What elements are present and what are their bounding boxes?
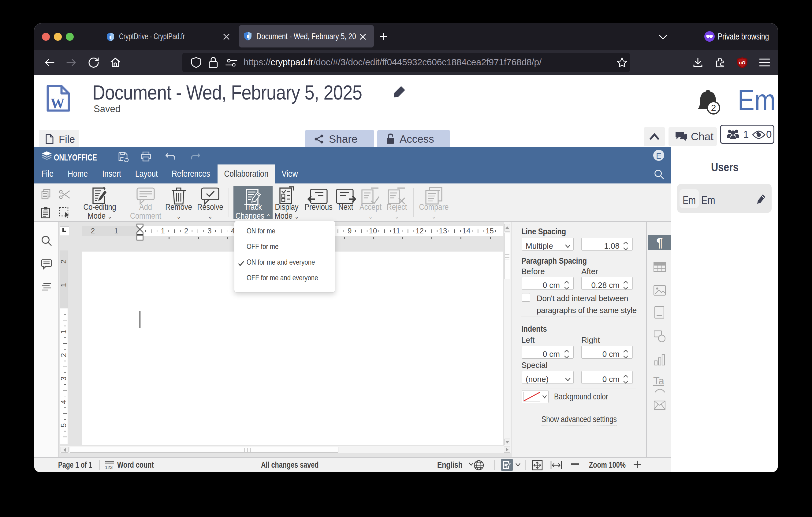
svg-text:1: 1 bbox=[60, 283, 68, 287]
svg-text:2: 2 bbox=[91, 227, 95, 235]
svg-text:9: 9 bbox=[348, 227, 351, 235]
svg-text:12: 12 bbox=[415, 227, 424, 235]
svg-text:3: 3 bbox=[60, 376, 68, 380]
svg-text:10: 10 bbox=[369, 227, 377, 235]
svg-text:4: 4 bbox=[60, 400, 68, 404]
svg-text:uO: uO bbox=[739, 60, 746, 65]
svg-text:2: 2 bbox=[60, 353, 68, 357]
svg-text:W: W bbox=[51, 96, 64, 111]
svg-text:1: 1 bbox=[161, 227, 165, 235]
svg-text:11: 11 bbox=[393, 227, 400, 235]
svg-text:13: 13 bbox=[439, 227, 447, 235]
svg-text:14: 14 bbox=[462, 227, 470, 235]
svg-text:1: 1 bbox=[60, 330, 68, 334]
svg-text:1: 1 bbox=[114, 227, 118, 235]
svg-text:15: 15 bbox=[486, 227, 494, 235]
svg-text:123: 123 bbox=[105, 465, 113, 470]
svg-text:2: 2 bbox=[60, 260, 68, 264]
svg-text:3: 3 bbox=[207, 227, 211, 235]
svg-text:5: 5 bbox=[60, 423, 68, 427]
svg-text:2: 2 bbox=[184, 227, 188, 235]
